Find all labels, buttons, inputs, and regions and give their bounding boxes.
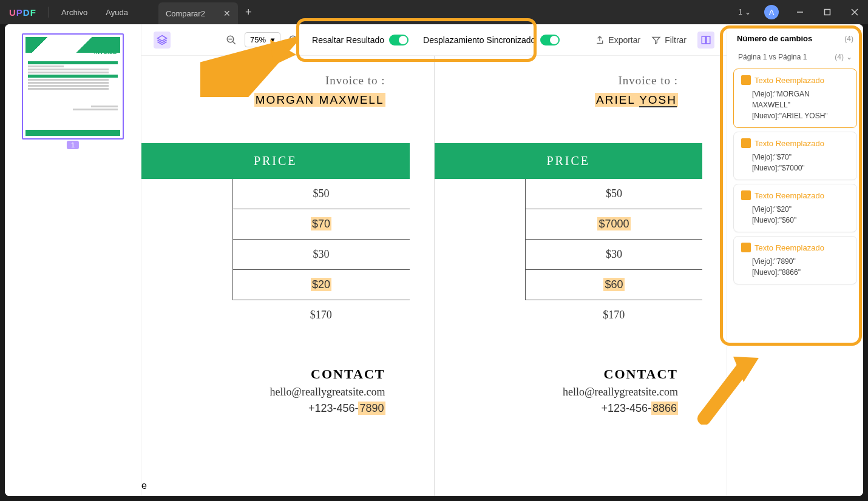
menu-help[interactable]: Ayuda [97, 8, 137, 17]
change-old-value: [Viejo]:"7890" [752, 256, 849, 267]
page-indicator[interactable]: 1 ⌄ [732, 8, 757, 16]
change-old-value: [Viejo]:"$70" [752, 152, 849, 163]
layers-icon[interactable] [154, 32, 171, 49]
filter-button[interactable]: Filtrar [651, 35, 687, 45]
maximize-button[interactable] [813, 0, 841, 24]
change-type-label: Texto Reemplazado [754, 243, 824, 252]
text-replaced-icon [741, 138, 751, 148]
change-new-value: [Nuevo]:"$7000" [752, 163, 849, 173]
price-header-right: PRICE [435, 143, 703, 179]
invoice-name-right: ARIEL YOSH [435, 93, 703, 107]
export-button[interactable]: Exportar [595, 35, 640, 45]
changes-title: Número de cambios [737, 34, 812, 43]
close-tab-icon[interactable]: ✕ [223, 8, 231, 18]
change-card[interactable]: Texto Reemplazado [Viejo]:"$20"[Nuevo]:"… [733, 184, 857, 232]
contact-email-left: hello@reallygreatsite.com [141, 386, 385, 398]
change-type-label: Texto Reemplazado [754, 191, 824, 200]
contact-phone-right: +123-456-8866 [435, 402, 679, 415]
right-document-pane[interactable]: Invoice to : ARIEL YOSH PRICE $50 $7000 … [435, 56, 727, 496]
menu-file[interactable]: Archivo [52, 8, 97, 17]
compare-view: Invoice to : MORGAN MAXWELL PRICE $50 $7… [141, 56, 727, 496]
invoice-to-label-right: Invoice to : [435, 74, 703, 87]
svg-marker-14 [270, 39, 296, 66]
left-document-pane[interactable]: Invoice to : MORGAN MAXWELL PRICE $50 $7… [141, 56, 435, 496]
thumbnail-page-number: 1 [67, 141, 79, 149]
minimize-button[interactable] [786, 0, 813, 24]
page-comparison-row[interactable]: Página 1 vs Página 1 (4) ⌄ [732, 49, 858, 65]
divider [49, 7, 49, 18]
change-new-value: [Nuevo]:"ARIEL YOSH" [752, 110, 849, 121]
price-table-right: $50 $7000 $30 $60 $170 [435, 179, 703, 330]
chevron-down-icon: ⌄ [745, 8, 751, 16]
user-avatar[interactable]: A [764, 5, 779, 19]
change-card[interactable]: Texto Reemplazado [Viejo]:"$70"[Nuevo]:"… [733, 132, 857, 180]
text-replaced-icon [741, 75, 751, 85]
annotation-arrow-panel [692, 346, 765, 425]
svg-rect-11 [702, 36, 705, 44]
changes-count: (4) [844, 35, 853, 43]
change-card[interactable]: Texto Reemplazado [Viejo]:"7890"[Nuevo]:… [733, 236, 857, 284]
sync-scroll-toggle-label: Desplazamiento Sincronizado [423, 35, 535, 45]
change-card[interactable]: Texto Reemplazado [Viejo]:"MORGAN MAXWEL… [733, 69, 857, 128]
contact-title-left: CONTACT [141, 366, 385, 382]
change-type-label: Texto Reemplazado [754, 139, 824, 148]
thumbnail-sidebar: INVOICE [5, 24, 141, 496]
export-icon [595, 35, 605, 45]
price-table-left: $50 $70 $30 $20 $170 [141, 179, 410, 330]
main-area: INVOICE [5, 24, 863, 496]
filter-icon [651, 35, 661, 45]
price-header-left: PRICE [141, 143, 410, 179]
highlight-toggle-label: Resaltar Resultado [312, 35, 384, 45]
sync-scroll-toggle[interactable] [540, 35, 560, 45]
new-tab-button[interactable]: + [238, 6, 259, 19]
highlight-toggle[interactable] [389, 35, 409, 45]
tab-label: Comparar2 [166, 9, 205, 18]
close-window-button[interactable] [841, 0, 868, 24]
chevron-down-icon: ⌄ [846, 53, 852, 61]
app-logo: UPDF [0, 7, 46, 18]
change-type-label: Texto Reemplazado [754, 76, 824, 85]
contact-title-right: CONTACT [435, 366, 679, 382]
change-old-value: [Viejo]:"MORGAN MAXWELL" [752, 89, 849, 110]
text-replaced-icon [741, 243, 751, 252]
change-new-value: [Nuevo]:"$60" [752, 215, 849, 226]
svg-rect-12 [707, 36, 710, 44]
svg-rect-1 [824, 10, 830, 15]
page-thumbnail[interactable]: INVOICE [22, 33, 124, 140]
compare-view-icon[interactable] [697, 32, 714, 49]
change-old-value: [Viejo]:"$20" [752, 204, 849, 215]
annotation-arrow-toolbar [200, 36, 297, 97]
change-new-value: [Nuevo]:"8866" [752, 267, 849, 278]
document-tab[interactable]: Comparar2 ✕ [158, 2, 238, 24]
changes-panel: Número de cambios (4) Página 1 vs Página… [727, 24, 863, 496]
contact-email-right: hello@reallygreatsite.com [435, 386, 679, 398]
text-replaced-icon [741, 190, 751, 200]
titlebar: UPDF Archivo Ayuda Comparar2 ✕ + 1 ⌄ A [0, 0, 868, 24]
contact-phone-left: +123-456-7890 [141, 402, 385, 415]
